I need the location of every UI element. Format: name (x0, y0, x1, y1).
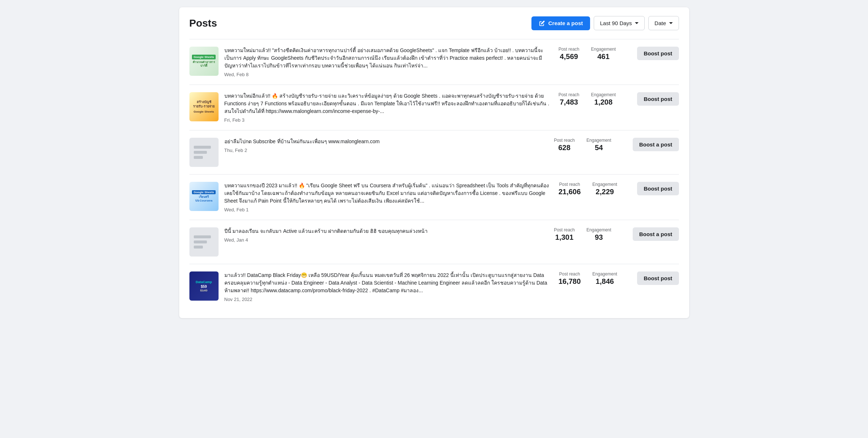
post-reach-label: Post reach (554, 138, 575, 143)
post-content: มาแล้วว!! DataCamp Black Friday😁 เหลือ 5… (224, 271, 553, 302)
post-thumbnail-placeholder (189, 141, 219, 163)
engagement-value: 2,229 (596, 188, 614, 196)
post-thumbnail-image: DataCamp $59 $149 (189, 271, 219, 301)
post-reach-value: 7,483 (560, 98, 578, 106)
post-action: Boost post (637, 92, 679, 106)
post-content: บทความแรกของปี 2023 มาแล้ว!! 🔥 "เรียน Go… (224, 182, 553, 212)
post-action: Boost post (637, 47, 679, 60)
boost-post-button[interactable]: Boost post (637, 271, 679, 285)
post-stats: Post reach 16,780 Engagement 1,846 (558, 271, 624, 286)
engagement-label: Engagement (586, 227, 611, 232)
post-date: Fri, Feb 3 (224, 117, 553, 123)
post-thumbnail (189, 138, 219, 167)
engagement-label: Engagement (592, 182, 617, 187)
post-thumbnail: สร้างบัญชีรายรับ-รายจ่าย Google Sheets (189, 92, 219, 121)
engagement-stat: Engagement 1,208 (591, 92, 616, 106)
post-content: อย่าลืมไปกด Subscribe ที่บ้านใหม่กันนะเพ… (224, 138, 548, 153)
page-title: Posts (189, 17, 217, 29)
boost-post-button[interactable]: Boost a post (633, 227, 679, 241)
post-reach-stat: Post reach 16,780 (558, 271, 581, 286)
engagement-value: 1,208 (594, 98, 613, 106)
engagement-stat: Engagement 1,846 (592, 271, 617, 286)
post-action: Boost post (637, 182, 679, 195)
post-reach-value: 1,301 (555, 233, 573, 242)
post-item: Google Sheets คำนวณค่าอาหารปาร์ตี้ บทควา… (189, 39, 679, 85)
post-item: DataCamp $59 $149 มาแล้วว!! DataCamp Bla… (189, 264, 679, 309)
post-item: สร้างบัญชีรายรับ-รายจ่าย Google Sheets บ… (189, 85, 679, 130)
create-post-label: Create a post (548, 20, 583, 26)
engagement-stat: Engagement 93 (586, 227, 611, 242)
post-reach-stat: Post reach 4,569 (558, 47, 579, 61)
post-reach-value: 21,606 (558, 188, 581, 196)
post-stats: Post reach 21,606 Engagement 2,229 (558, 182, 624, 196)
post-action: Boost a post (633, 227, 679, 241)
post-stats: Post reach 7,483 Engagement 1,208 (558, 92, 624, 106)
post-thumbnail-placeholder (189, 231, 219, 253)
create-post-button[interactable]: Create a post (531, 16, 590, 30)
post-date: Wed, Feb 8 (224, 72, 553, 77)
post-thumbnail: Google Sheets คำนวณค่าอาหารปาร์ตี้ (189, 47, 219, 76)
period-filter-button[interactable]: Last 90 Days (594, 16, 645, 30)
sort-filter-button[interactable]: Date (648, 16, 679, 30)
engagement-label: Engagement (591, 47, 616, 52)
post-item: อย่าลืมไปกด Subscribe ที่บ้านใหม่กันนะเพ… (189, 130, 679, 175)
posts-list: Google Sheets คำนวณค่าอาหารปาร์ตี้ บทควา… (189, 39, 679, 309)
post-thumbnail-image: สร้างบัญชีรายรับ-รายจ่าย Google Sheets (189, 92, 219, 121)
post-action: Boost a post (633, 138, 679, 151)
page-header: Posts Create a post Last 90 Days Date (189, 16, 679, 30)
post-stats: Post reach 1,301 Engagement 93 (554, 227, 620, 242)
post-item: Google Sheets เรียนฟรีบน Coursera บทความ… (189, 175, 679, 220)
post-reach-value: 4,569 (560, 52, 578, 61)
edit-icon (539, 20, 545, 27)
post-text: บทความใหม่มาแล้ว!! "สร้างชีตคิดเงินค่าอา… (224, 47, 553, 70)
post-text: บทความใหม่อีกแล้ว!! 🔥 สร้างบัญชีรายรับ-ร… (224, 92, 553, 115)
post-reach-label: Post reach (559, 271, 580, 277)
engagement-label: Engagement (591, 92, 616, 97)
post-date: Wed, Jan 4 (224, 237, 548, 243)
post-reach-label: Post reach (559, 182, 580, 187)
post-text: มาแล้วว!! DataCamp Black Friday😁 เหลือ 5… (224, 271, 553, 294)
engagement-value: 54 (595, 144, 603, 152)
boost-post-button[interactable]: Boost post (637, 47, 679, 60)
boost-post-button[interactable]: Boost post (637, 92, 679, 106)
post-reach-stat: Post reach 7,483 (558, 92, 579, 106)
post-date: Wed, Feb 1 (224, 207, 553, 212)
post-reach-value: 16,780 (558, 277, 581, 286)
engagement-label: Engagement (592, 271, 617, 277)
post-thumbnail-image: Google Sheets เรียนฟรีบน Coursera (189, 182, 219, 211)
boost-post-button[interactable]: Boost a post (633, 138, 679, 151)
post-thumbnail: DataCamp $59 $149 (189, 271, 219, 301)
engagement-value: 1,846 (596, 277, 614, 286)
post-reach-label: Post reach (554, 227, 575, 232)
post-content: บทความใหม่อีกแล้ว!! 🔥 สร้างบัญชีรายรับ-ร… (224, 92, 553, 123)
post-reach-stat: Post reach 21,606 (558, 182, 581, 196)
post-reach-stat: Post reach 628 (554, 138, 575, 152)
engagement-label: Engagement (586, 138, 611, 143)
post-text: อย่าลืมไปกด Subscribe ที่บ้านใหม่กันนะเพ… (224, 138, 548, 145)
post-item: ปีนี้ มาลองเรียน จะกลับมา Active แล้วนะค… (189, 220, 679, 264)
post-text: บทความแรกของปี 2023 มาแล้ว!! 🔥 "เรียน Go… (224, 182, 553, 205)
post-stats: Post reach 4,569 Engagement 461 (558, 47, 624, 61)
sort-filter-label: Date (655, 20, 666, 26)
engagement-value: 93 (595, 233, 603, 242)
chevron-down-icon-2 (669, 22, 673, 24)
post-thumbnail (189, 227, 219, 257)
header-controls: Create a post Last 90 Days Date (531, 16, 679, 30)
engagement-value: 461 (597, 52, 609, 61)
engagement-stat: Engagement 54 (586, 138, 611, 152)
chevron-down-icon (635, 22, 639, 24)
posts-page: Posts Create a post Last 90 Days Date (179, 7, 689, 318)
post-stats: Post reach 628 Engagement 54 (554, 138, 620, 152)
post-content: บทความใหม่มาแล้ว!! "สร้างชีตคิดเงินค่าอา… (224, 47, 553, 77)
post-action: Boost post (637, 271, 679, 285)
post-text: ปีนี้ มาลองเรียน จะกลับมา Active แล้วนะค… (224, 227, 548, 235)
post-reach-value: 628 (558, 144, 570, 152)
engagement-stat: Engagement 2,229 (592, 182, 617, 196)
post-reach-stat: Post reach 1,301 (554, 227, 575, 242)
post-thumbnail: Google Sheets เรียนฟรีบน Coursera (189, 182, 219, 211)
engagement-stat: Engagement 461 (591, 47, 616, 61)
post-content: ปีนี้ มาลองเรียน จะกลับมา Active แล้วนะค… (224, 227, 548, 243)
boost-post-button[interactable]: Boost post (637, 182, 679, 195)
post-date: Thu, Feb 2 (224, 148, 548, 153)
post-reach-label: Post reach (558, 92, 579, 97)
